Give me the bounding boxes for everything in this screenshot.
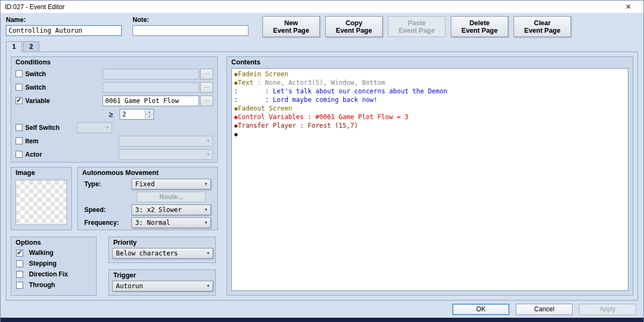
walking-row: Walking — [11, 247, 96, 258]
name-field-group: Name: — [6, 16, 122, 36]
item-dropdown: ▼ — [119, 136, 213, 147]
event-command-line[interactable]: ◆ — [232, 130, 628, 138]
event-command-line[interactable]: ◆Fadein Screen — [232, 70, 628, 78]
event-command-line[interactable]: : : Lord maybe coming back now! — [232, 96, 628, 104]
through-label: Through — [29, 281, 55, 289]
switch2-more-button[interactable]: ··· — [200, 82, 213, 93]
conditions-group: Conditions Switch ··· Switch ··· — [11, 56, 218, 163]
walking-label: Walking — [29, 249, 54, 257]
note-field-group: Note: — [133, 16, 248, 36]
comparison-row: ≥ ▲ ▼ — [11, 107, 217, 121]
chevron-down-icon: ▼ — [106, 126, 108, 130]
options-title: Options — [11, 237, 96, 247]
self-switch-checkbox[interactable] — [16, 124, 23, 131]
close-icon[interactable]: ✕ — [618, 3, 639, 11]
movement-frequency-dropdown[interactable]: 3: Normal ▼ — [131, 217, 211, 228]
chevron-down-icon: ▼ — [207, 139, 209, 143]
stepping-row: Stepping — [11, 258, 96, 269]
name-input[interactable] — [6, 25, 122, 36]
tab-page-1[interactable]: 1 — [6, 41, 22, 52]
variable-input[interactable] — [103, 96, 199, 106]
clear-event-page-button[interactable]: Clear Event Page — [514, 16, 571, 37]
actor-label: Actor — [25, 151, 42, 158]
comparison-operator: ≥ — [109, 110, 113, 119]
movement-type-row: Type: Fixed ▼ — [78, 178, 217, 191]
movement-title: Autonomous Movement — [78, 167, 217, 178]
frequency-label: Frequency: — [84, 219, 131, 226]
options-group: Options Walking Stepping Direction Fix — [11, 237, 97, 296]
contents-title: Contents — [227, 57, 633, 67]
movement-speed-dropdown[interactable]: 3: x2 Slower ▼ — [131, 204, 211, 215]
item-row: Item ▼ — [11, 134, 217, 148]
priority-group: Priority Below characters ▼ — [108, 237, 216, 263]
speed-label: Speed: — [84, 206, 131, 214]
autonomous-movement-group: Autonomous Movement Type: Fixed ▼ Route.… — [77, 167, 218, 230]
switch1-checkbox[interactable] — [16, 70, 23, 77]
actor-dropdown: ▼ — [119, 149, 213, 160]
priority-dropdown[interactable]: Below characters ▼ — [112, 248, 213, 259]
spin-up-icon[interactable]: ▲ — [145, 109, 153, 115]
switch1-row: Switch ··· — [11, 67, 217, 80]
name-label: Name: — [6, 16, 122, 24]
cancel-button[interactable]: Cancel — [516, 304, 573, 315]
note-input[interactable] — [133, 25, 248, 36]
page-buttons: New Event Page Copy Event Page Paste Eve… — [262, 16, 571, 37]
header-row: Name: Note: New Event Page Copy Event Pa… — [1, 13, 643, 39]
switch1-input — [103, 69, 199, 79]
comparison-value-input[interactable] — [120, 109, 145, 119]
item-checkbox[interactable] — [16, 137, 23, 144]
walking-checkbox[interactable] — [16, 250, 23, 257]
type-label: Type: — [84, 180, 131, 188]
direction-fix-label: Direction Fix — [29, 270, 68, 278]
direction-fix-row: Direction Fix — [11, 269, 96, 280]
image-group: Image — [11, 167, 72, 230]
tab-page-2[interactable]: 2 — [23, 41, 39, 52]
chevron-down-icon: ▼ — [207, 284, 209, 288]
variable-checkbox[interactable] — [16, 97, 23, 104]
delete-event-page-button[interactable]: Delete Event Page — [451, 16, 508, 37]
dialog-footer: OK Cancel Apply — [1, 301, 643, 318]
ok-button[interactable]: OK — [452, 304, 509, 315]
image-movement-row: Image Autonomous Movement Type: Fixed ▼ … — [11, 167, 218, 230]
movement-type-dropdown[interactable]: Fixed ▼ — [131, 179, 211, 189]
chevron-down-icon: ▼ — [207, 152, 209, 157]
movement-frequency-row: Frequency: 3: Normal ▼ — [78, 216, 217, 229]
options-priority-row: Options Walking Stepping Direction Fix — [11, 237, 218, 296]
direction-fix-checkbox[interactable] — [16, 271, 23, 278]
event-command-line[interactable]: ◆Text : None, Actor3(5), Window, Bottom — [232, 78, 628, 87]
new-event-page-button[interactable]: New Event Page — [262, 16, 320, 37]
event-command-line[interactable]: ◆Control Variables : #0061 Game Plot Flo… — [232, 113, 628, 121]
self-switch-dropdown: ▼ — [77, 122, 112, 133]
left-column: Conditions Switch ··· Switch ··· — [11, 56, 218, 296]
trigger-dropdown[interactable]: Autorun ▼ — [112, 281, 213, 291]
through-checkbox[interactable] — [16, 282, 23, 289]
switch2-input — [103, 82, 199, 93]
event-commands-list[interactable]: ◆Fadein Screen◆Text : None, Actor3(5), W… — [231, 68, 628, 291]
variable-more-button[interactable]: ··· — [200, 96, 213, 106]
paste-event-page-button: Paste Event Page — [388, 16, 445, 37]
apply-button: Apply — [579, 304, 636, 315]
variable-row: Variable ··· — [11, 94, 217, 107]
event-command-line[interactable]: ◆Transfer Player : Forest (15,7) — [232, 121, 628, 130]
bottom-strip — [1, 318, 643, 322]
comparison-spinner: ▲ ▼ — [120, 109, 154, 120]
window-title: ID:027 - Event Editor — [5, 3, 64, 11]
spin-down-icon[interactable]: ▼ — [145, 114, 153, 119]
note-label: Note: — [133, 16, 248, 24]
copy-event-page-button[interactable]: Copy Event Page — [325, 16, 383, 37]
switch1-more-button[interactable]: ··· — [200, 69, 213, 79]
event-command-line[interactable]: ◆Fadeout Screen — [232, 104, 628, 113]
titlebar: ID:027 - Event Editor ✕ — [1, 1, 643, 13]
stepping-checkbox[interactable] — [16, 260, 23, 267]
event-command-line[interactable]: : : Let's talk about our concerns about … — [232, 87, 628, 96]
priority-title: Priority — [109, 237, 215, 247]
image-title: Image — [11, 167, 71, 178]
movement-speed-row: Speed: 3: x2 Slower ▼ — [78, 203, 217, 216]
contents-group: Contents ◆Fadein Screen◆Text : None, Act… — [226, 56, 633, 296]
through-row: Through — [11, 280, 96, 290]
event-editor-window: ID:027 - Event Editor ✕ Name: Note: New … — [0, 0, 644, 322]
event-image-picker[interactable] — [16, 180, 67, 225]
actor-checkbox[interactable] — [16, 151, 23, 158]
priority-trigger-column: Priority Below characters ▼ Trigger Auto… — [108, 237, 216, 296]
switch2-checkbox[interactable] — [16, 84, 23, 91]
